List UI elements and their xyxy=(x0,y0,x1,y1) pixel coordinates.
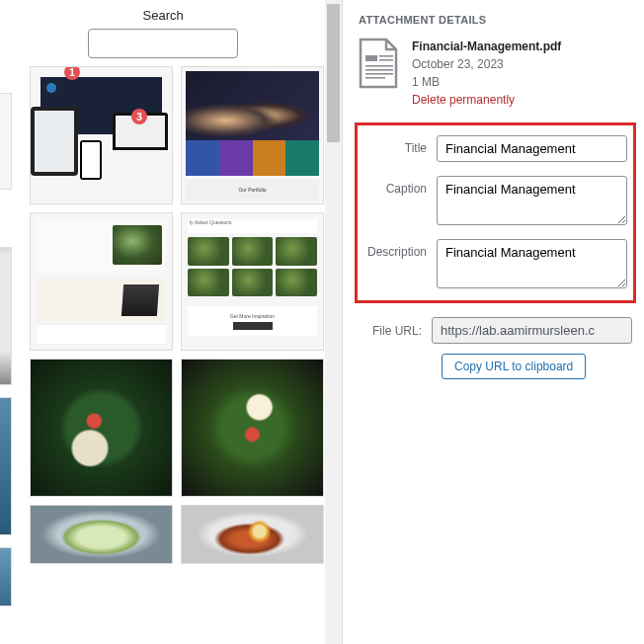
description-label: Description xyxy=(363,239,437,259)
media-thumbnail[interactable] xyxy=(30,359,173,497)
highlighted-fields-box: Title Caption Description xyxy=(355,122,636,303)
file-size: 1 MB xyxy=(412,73,561,91)
notification-badge: 3 xyxy=(131,109,147,124)
attachment-details-panel: ATTACHMENT DETAILS Financial-Management.… xyxy=(342,0,644,644)
media-thumbnail[interactable] xyxy=(0,93,12,190)
delete-permanently-link[interactable]: Delete permanently xyxy=(412,91,561,109)
file-name: Financial-Management.pdf xyxy=(412,38,561,55)
svg-rect-1 xyxy=(379,55,393,57)
media-library-panel: Search 1 3 Our Portfolio xyxy=(0,0,326,644)
description-input[interactable] xyxy=(437,239,627,288)
svg-rect-4 xyxy=(365,69,393,71)
thumbnail-caption: ly Asked Questions xyxy=(188,219,317,233)
media-thumbnail[interactable] xyxy=(181,359,324,497)
svg-rect-6 xyxy=(365,77,385,79)
media-thumbnail[interactable] xyxy=(30,212,173,351)
caption-label: Caption xyxy=(363,176,437,196)
svg-rect-2 xyxy=(379,59,393,61)
file-date: October 23, 2023 xyxy=(412,55,561,73)
file-url-label: File URL: xyxy=(359,324,432,338)
panel-heading: ATTACHMENT DETAILS xyxy=(359,14,632,26)
svg-rect-5 xyxy=(365,73,393,75)
media-thumbnail[interactable] xyxy=(0,247,12,385)
search-input[interactable] xyxy=(88,29,238,58)
media-thumbnail[interactable]: Our Portfolio xyxy=(181,66,324,204)
media-thumbnail[interactable] xyxy=(0,397,12,535)
copy-url-button[interactable]: Copy URL to clipboard xyxy=(442,354,586,379)
title-label: Title xyxy=(363,135,437,155)
media-scrollbar[interactable] xyxy=(325,0,342,644)
thumbnail-caption: Get More Inspiration xyxy=(230,313,275,319)
thumbnail-caption: Our Portfolio xyxy=(186,180,319,200)
media-thumbnail[interactable] xyxy=(30,505,173,564)
document-icon xyxy=(359,38,400,89)
search-label: Search xyxy=(0,8,326,23)
file-url-input[interactable] xyxy=(432,317,632,344)
svg-rect-3 xyxy=(365,65,393,67)
caption-input[interactable] xyxy=(437,176,627,225)
svg-rect-0 xyxy=(365,55,377,61)
media-thumbnail[interactable]: ly Asked Questions Get More Inspiration xyxy=(181,212,324,351)
media-thumbnail[interactable] xyxy=(0,547,12,606)
media-thumbnail[interactable]: 1 3 xyxy=(30,66,173,204)
media-thumbnail[interactable] xyxy=(181,505,324,564)
title-input[interactable] xyxy=(437,135,627,162)
scrollbar-thumb[interactable] xyxy=(327,4,340,142)
